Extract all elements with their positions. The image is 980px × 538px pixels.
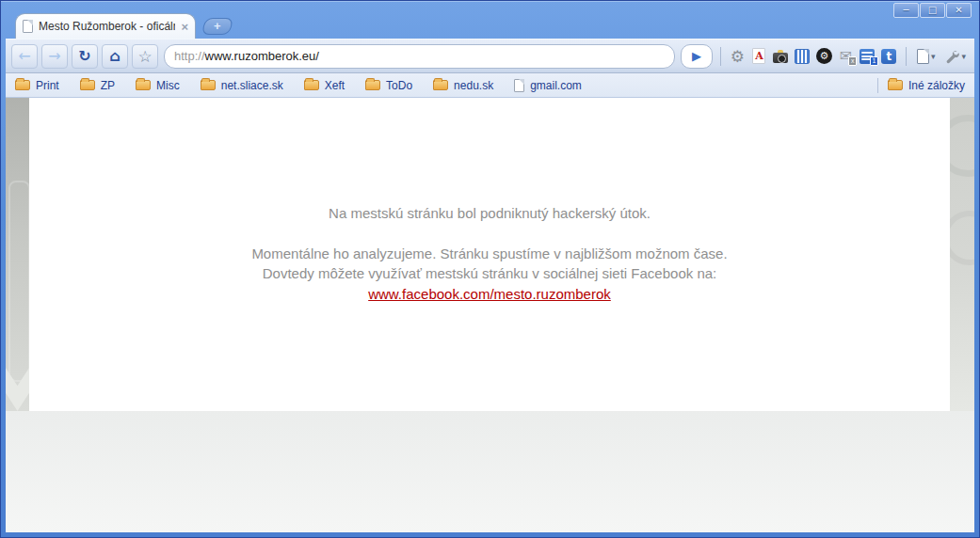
wrench-menu-button[interactable]: ▾ [941, 47, 969, 66]
reload-button[interactable]: ↻ [72, 44, 98, 69]
url-scheme: http:// [174, 49, 205, 63]
folder-icon [365, 80, 380, 90]
plus-icon: + [214, 19, 221, 34]
bookmark-folder-netsliacesk[interactable]: net.sliace.sk [201, 79, 283, 92]
bookmarks-bar: Print ZP Misc net.sliace.sk Xeft ToDo ne… [6, 73, 974, 98]
camera-icon [773, 53, 788, 63]
page-right-decoration [950, 98, 974, 411]
blank-line [29, 223, 950, 244]
page-viewport: Na mestskú stránku bol podniknutý hacker… [6, 98, 974, 532]
page-text-block: Na mestskú stránku bol podniknutý hacker… [29, 98, 950, 304]
bookmark-folder-nedusk[interactable]: nedu.sk [433, 79, 493, 92]
gmail-badge: x [848, 56, 857, 66]
bookmark-label: nedu.sk [454, 79, 493, 92]
chevron-down-icon: ▾ [931, 52, 936, 61]
page-content-box: Na mestskú stránku bol podniknutý hacker… [29, 98, 950, 411]
folder-icon [136, 80, 151, 90]
blinds-icon [795, 49, 810, 64]
other-bookmarks-label: Iné záložky [908, 79, 965, 92]
blinds-extension-icon[interactable] [794, 47, 811, 65]
toolbar-separator [720, 47, 721, 66]
dark-gear-icon: ⚙ [816, 48, 832, 64]
bookmark-label: gmail.com [530, 79, 582, 92]
gmail-extension-icon[interactable]: ✉x [837, 47, 855, 65]
facebook-link[interactable]: www.facebook.com/mesto.ruzomberok [368, 284, 611, 304]
dark-gear-extension-icon[interactable]: ⚙ [815, 47, 833, 65]
bookmark-folder-todo[interactable]: ToDo [365, 79, 412, 92]
page-menu-button[interactable]: ▾ [914, 47, 939, 66]
go-button[interactable]: ▶ [681, 44, 713, 69]
bookmark-label: Print [36, 79, 59, 92]
close-button[interactable]: ✕ [946, 3, 972, 18]
window-controls: ─ □ ✕ [892, 3, 972, 18]
wrench-icon [944, 49, 959, 64]
page-favicon-icon [23, 20, 33, 33]
title-bar[interactable]: ─ □ ✕ Mesto Ružomberok - oficáln... × + [6, 1, 974, 39]
browser-window: ─ □ ✕ Mesto Ružomberok - oficáln... × + … [0, 0, 980, 538]
bookmark-star-button[interactable]: ☆ [132, 44, 158, 69]
hack-notice-line3: Dovtedy môžete využívať mestskú stránku … [29, 263, 950, 283]
url-host: www.ruzomberok.eu/ [205, 49, 319, 63]
t-icon: t [881, 49, 896, 64]
bookmarks-separator [877, 78, 878, 93]
chevron-down-icon: ▾ [961, 52, 966, 61]
list-badge: 1 [870, 56, 878, 66]
pdf-extension-icon[interactable]: A [750, 47, 768, 65]
bookmark-label: ToDo [386, 79, 412, 92]
home-button[interactable]: ⌂ [102, 44, 128, 69]
other-bookmarks-button[interactable]: Iné záložky [888, 79, 965, 92]
pdf-letter: A [755, 50, 763, 62]
folder-icon [304, 80, 319, 90]
tab-strip: Mesto Ružomberok - oficáln... × + [15, 13, 232, 39]
folder-icon [201, 80, 216, 90]
page-left-decoration [6, 98, 29, 411]
page-icon [514, 79, 524, 92]
tab-close-icon[interactable]: × [181, 20, 188, 34]
gear-extension-icon[interactable]: ⚙ [729, 47, 747, 65]
maximize-button[interactable]: □ [920, 3, 945, 18]
folder-icon [80, 80, 95, 90]
folder-icon [433, 80, 448, 90]
t-extension-icon[interactable]: t [880, 47, 898, 65]
tab-active[interactable]: Mesto Ružomberok - oficáln... × [15, 13, 196, 39]
new-tab-button[interactable]: + [201, 18, 233, 35]
list-extension-icon[interactable]: 1 [859, 47, 876, 65]
camera-extension-icon[interactable] [772, 47, 790, 65]
bookmark-folder-xeft[interactable]: Xeft [304, 79, 345, 92]
page-lower-region [6, 411, 974, 532]
navigation-toolbar: ← → ↻ ⌂ ☆ http://www.ruzomberok.eu/ ▶ ⚙ … [6, 39, 974, 73]
bookmark-label: ZP [101, 79, 115, 92]
page-upper-region: Na mestskú stránku bol podniknutý hacker… [6, 98, 974, 411]
pdf-page-icon: A [752, 48, 765, 64]
address-input[interactable]: http://www.ruzomberok.eu/ [164, 44, 675, 69]
tab-title: Mesto Ružomberok - oficáln... [39, 20, 175, 33]
bookmark-label: Xeft [325, 79, 345, 92]
back-button[interactable]: ← [11, 44, 38, 69]
hack-notice-line2: Momentálne ho analyzujeme. Stránku spust… [29, 244, 950, 263]
bookmark-gmail[interactable]: gmail.com [514, 79, 582, 92]
hack-notice-line1: Na mestskú stránku bol podniknutý hacker… [29, 203, 950, 223]
page-menu-icon [917, 49, 929, 64]
folder-icon [888, 80, 903, 90]
minimize-button[interactable]: ─ [893, 3, 919, 18]
folder-icon [15, 80, 30, 90]
bookmark-folder-print[interactable]: Print [15, 79, 59, 92]
bookmark-folder-zp[interactable]: ZP [80, 79, 115, 92]
bookmark-label: net.sliace.sk [221, 79, 283, 92]
bookmark-label: Misc [156, 79, 180, 92]
bookmark-folder-misc[interactable]: Misc [136, 79, 180, 92]
toolbar-separator [906, 47, 907, 66]
forward-button[interactable]: → [41, 44, 68, 69]
